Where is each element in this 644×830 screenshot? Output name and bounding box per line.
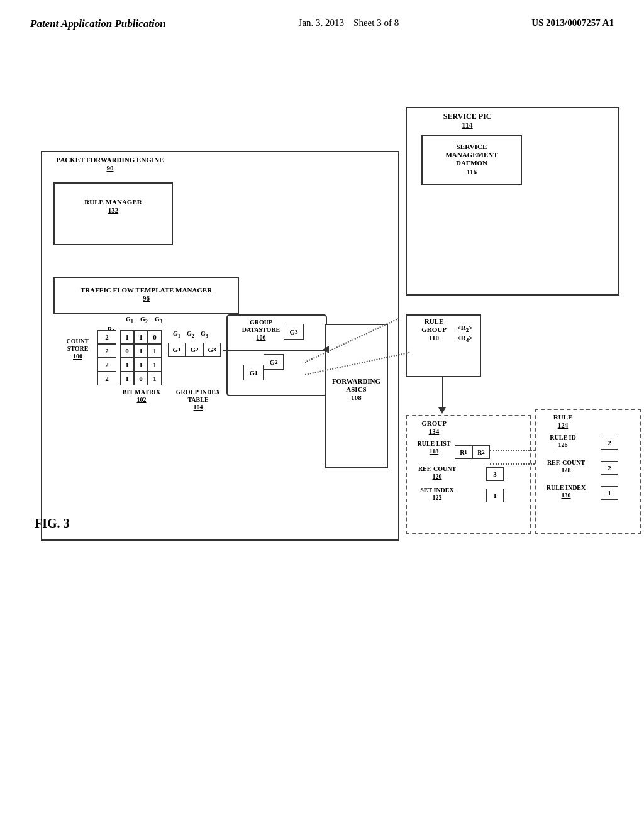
rule-manager-label: RULE MANAGER 132 bbox=[57, 198, 170, 214]
arrow-rg-down-head bbox=[438, 407, 446, 414]
gds-g3: G3 bbox=[284, 324, 304, 340]
service-pic-label: SERVICE PIC114 bbox=[411, 112, 524, 130]
set-index-122-val: 1 bbox=[486, 489, 504, 502]
git-g3-header: G3 bbox=[201, 330, 208, 340]
ref-count-128-label: REF. COUNT128 bbox=[541, 459, 591, 474]
publication-date-sheet: Jan. 3, 2013 Sheet 3 of 8 bbox=[299, 18, 399, 28]
traffic-flow-label: TRAFFIC FLOW TEMPLATE MANAGER 96 bbox=[57, 286, 236, 302]
bm-r3-g2: 1 bbox=[134, 358, 148, 372]
diagram-area: PACKET FORWARDING ENGINE 90 RULE MANAGER… bbox=[35, 101, 625, 748]
bm-g3-header: G3 bbox=[155, 316, 162, 325]
cs-r4: 2 bbox=[97, 372, 116, 385]
dotted-conn-2 bbox=[490, 463, 535, 465]
rule-index-130-val: 1 bbox=[601, 486, 618, 500]
ref-count-128-val: 2 bbox=[601, 461, 618, 475]
bm-r1-g2: 1 bbox=[134, 330, 148, 344]
rule-id-label: RULE ID126 bbox=[541, 434, 585, 449]
pfe-label: PACKET FORWARDING ENGINE 90 bbox=[47, 156, 173, 172]
git-g2-header: G2 bbox=[187, 330, 194, 340]
bm-r1-g3: 0 bbox=[148, 330, 162, 344]
rl-r1: R1 bbox=[455, 445, 472, 459]
smd-label: SERVICEMANAGEMENTDAEMON116 bbox=[425, 143, 519, 176]
git-g1: G1 bbox=[168, 343, 186, 357]
publication-date: Jan. 3, 2013 bbox=[299, 18, 345, 28]
rule-index-130-label: RULE INDEX130 bbox=[541, 484, 591, 499]
arrow-git-fa bbox=[223, 350, 325, 351]
ref-count-120-label: REF. COUNT120 bbox=[412, 465, 462, 480]
bm-r2-g1: 0 bbox=[120, 344, 134, 358]
cs-r1: 2 bbox=[97, 330, 116, 344]
bm-r4-g2: 0 bbox=[134, 372, 148, 385]
bm-g1-header: G1 bbox=[126, 316, 133, 325]
ref-count-120-val: 3 bbox=[486, 467, 504, 481]
rl-r2: R2 bbox=[472, 445, 490, 459]
git-label: GROUP INDEXTABLE104 bbox=[167, 389, 230, 411]
bm-r2-g3: 1 bbox=[148, 344, 162, 358]
gds-g2: G2 bbox=[264, 354, 284, 370]
bm-r3-g3: 1 bbox=[148, 358, 162, 372]
git-g3: G3 bbox=[203, 343, 221, 357]
publication-title: Patent Application Publication bbox=[30, 18, 166, 30]
bm-r3-g1: 1 bbox=[120, 358, 134, 372]
rule-id-val: 2 bbox=[601, 436, 618, 450]
rule-list-label: RULE LIST118 bbox=[412, 440, 456, 455]
forwarding-asics-label: FORWARDING ASICS108 bbox=[326, 377, 386, 402]
rule-124-label: RULE124 bbox=[538, 413, 588, 429]
rule-group-items: <R2><R4> bbox=[450, 324, 480, 344]
bm-r2-g2: 1 bbox=[134, 344, 148, 358]
bm-g2-header: G2 bbox=[140, 316, 148, 325]
bm-r1-g1: 1 bbox=[120, 330, 134, 344]
publication-number: US 2013/0007257 A1 bbox=[531, 18, 614, 28]
count-store-label: COUNTSTORE100 bbox=[57, 338, 98, 360]
bm-r4-g3: 1 bbox=[148, 372, 162, 385]
sheet-info: Sheet 3 of 8 bbox=[353, 18, 399, 28]
bit-matrix-label: BIT MATRIX102 bbox=[116, 389, 167, 404]
group-134-label: GROUP134 bbox=[409, 419, 459, 436]
group-datastore-label: GROUPDATASTORE106 bbox=[230, 319, 292, 341]
page-header: Patent Application Publication Jan. 3, 2… bbox=[0, 0, 644, 30]
gds-g1: G1 bbox=[243, 365, 264, 380]
cs-r3: 2 bbox=[97, 358, 116, 372]
git-g1-header: G1 bbox=[173, 330, 180, 340]
arrow-rg-down-line bbox=[442, 377, 443, 409]
bm-r4-g1: 1 bbox=[120, 372, 134, 385]
git-g2: G2 bbox=[186, 343, 203, 357]
fig-label: FIG. 3 bbox=[35, 516, 85, 531]
dotted-conn-1 bbox=[490, 450, 535, 451]
set-index-122-label: SET INDEX122 bbox=[412, 487, 462, 502]
cs-r2: 2 bbox=[97, 344, 116, 358]
